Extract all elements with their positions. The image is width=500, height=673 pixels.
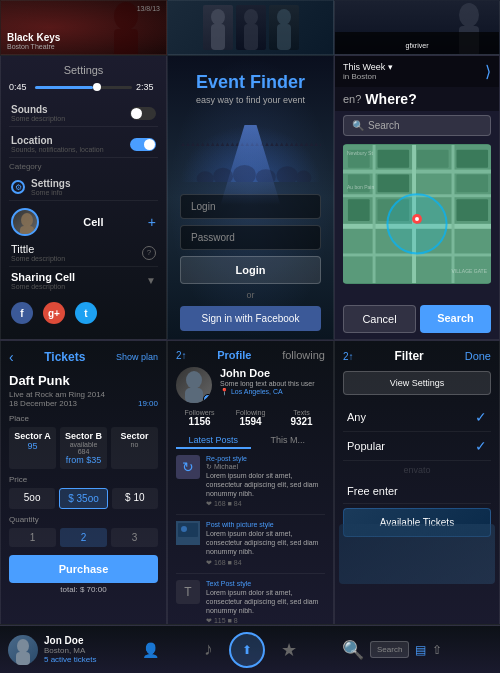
slider-max: 2:35 bbox=[136, 82, 158, 92]
svg-point-39 bbox=[186, 371, 202, 389]
facebook-icon[interactable]: f bbox=[11, 302, 33, 324]
quantity-label: Quantity bbox=[9, 515, 158, 524]
sounds-label: Sounds bbox=[11, 104, 65, 115]
svg-rect-3 bbox=[211, 24, 225, 50]
password-field[interactable]: Password bbox=[180, 225, 321, 250]
filter-header: 2↑ Filter Done bbox=[343, 349, 491, 363]
repost-content: Re-post style ↻ Michael Lorem ipsum dolo… bbox=[206, 455, 325, 508]
following-tab[interactable]: following bbox=[282, 349, 325, 361]
sounds-toggle[interactable] bbox=[130, 107, 156, 120]
qty-2[interactable]: 2 bbox=[60, 528, 107, 547]
center-icon-circle[interactable]: ⬆ bbox=[229, 632, 265, 668]
view-settings-button[interactable]: View Settings bbox=[343, 371, 491, 395]
social-icons-row: f g+ t bbox=[9, 294, 158, 328]
repost-icon: ↻ bbox=[176, 455, 200, 479]
qty-3[interactable]: 3 bbox=[111, 528, 158, 547]
question-icon[interactable]: ? bbox=[142, 246, 156, 260]
svg-rect-42 bbox=[178, 523, 198, 537]
svg-point-6 bbox=[277, 9, 291, 25]
facebook-login-button[interactable]: Sign in with Facebook bbox=[180, 306, 321, 331]
where-highlight: Where? bbox=[365, 91, 416, 107]
filter-free-enter[interactable]: Free enter bbox=[343, 479, 491, 504]
bottom-user-name: Jon Doe bbox=[44, 635, 136, 646]
filter-popular[interactable]: Popular ✓ bbox=[343, 432, 491, 461]
map-area: Newbury St Au bon Pain VILLAGE GATE bbox=[343, 144, 491, 284]
slider-track[interactable] bbox=[35, 86, 132, 89]
image-post-text: Lorem ipsum dolor sit amet, consectetur … bbox=[206, 529, 325, 556]
person-icon[interactable]: 👤 bbox=[142, 642, 159, 658]
plus-icon[interactable]: + bbox=[148, 214, 156, 230]
text-post-content: Text Post style Lorem ipsum dolor sit am… bbox=[206, 580, 325, 625]
event-title: Event Finder bbox=[196, 72, 305, 93]
portrait-2 bbox=[236, 5, 266, 50]
bottom-filter-icon[interactable]: ▤ bbox=[415, 643, 426, 657]
sector-row: Sector A 95 Sector B available 684 from … bbox=[9, 427, 158, 469]
sector-c[interactable]: Sector no bbox=[111, 427, 158, 469]
tickets-header: ‹ Tickets Show plan bbox=[9, 349, 158, 365]
sector-b[interactable]: Sector B available 684 from $35 bbox=[60, 427, 107, 469]
cell-label: Cell bbox=[83, 216, 103, 228]
sounds-sub: Some description bbox=[11, 115, 65, 122]
svg-point-38 bbox=[415, 217, 419, 221]
following-stat: Following 1594 bbox=[227, 409, 274, 427]
googleplus-icon[interactable]: g+ bbox=[43, 302, 65, 324]
settings-icon-row: ⚙ Settings Some info bbox=[9, 174, 158, 201]
profile-tab[interactable]: Profile bbox=[191, 349, 279, 361]
popular-checkmark: ✓ bbox=[475, 438, 487, 454]
bottom-search-icon[interactable]: 🔍 bbox=[342, 639, 364, 661]
map-search-box[interactable]: 🔍 Search bbox=[343, 115, 491, 136]
bottom-right-panel: 🔍 Search ▤ ⇧ bbox=[334, 625, 500, 673]
filter-popular-label: Popular bbox=[347, 440, 385, 452]
top-left-text: Black Keys Boston Theatre bbox=[7, 32, 60, 50]
twitter-icon[interactable]: t bbox=[75, 302, 97, 324]
back-arrow-icon[interactable]: ‹ bbox=[9, 349, 14, 365]
followers-count: 1156 bbox=[176, 416, 223, 427]
search-button[interactable]: Search bbox=[420, 305, 491, 333]
login-button[interactable]: Login bbox=[180, 256, 321, 284]
filter-done-button[interactable]: Done bbox=[465, 350, 491, 362]
bottom-share-icon[interactable]: ⇧ bbox=[432, 643, 442, 657]
following-label: Following bbox=[227, 409, 274, 416]
svg-rect-25 bbox=[452, 145, 455, 283]
latest-posts-tab[interactable]: Latest Posts bbox=[176, 433, 251, 449]
price-2[interactable]: $ 35oo bbox=[59, 488, 107, 509]
profile-details: John Doe Some long text about this user … bbox=[220, 367, 325, 396]
svg-rect-33 bbox=[348, 199, 370, 221]
bottom-search-text[interactable]: Search bbox=[370, 641, 409, 658]
this-month-tab[interactable]: This M... bbox=[251, 433, 326, 449]
this-week-text: This Week ▾ bbox=[343, 62, 393, 72]
svg-point-44 bbox=[17, 639, 29, 653]
text-post-stats: ❤ 115 ■ 8 bbox=[206, 617, 325, 625]
repost-text: Lorem ipsum dolor sit amet, consectetur … bbox=[206, 471, 325, 498]
following-count: 1594 bbox=[227, 416, 274, 427]
price-3[interactable]: $ 10 bbox=[112, 488, 158, 509]
filter-title: Filter bbox=[394, 349, 423, 363]
price-1[interactable]: 5oo bbox=[9, 488, 55, 509]
svg-rect-5 bbox=[244, 24, 258, 50]
bottom-center-panel: ♪ ⬆ ★ bbox=[167, 625, 334, 673]
followers-label: Followers bbox=[176, 409, 223, 416]
purchase-button[interactable]: Purchase bbox=[9, 555, 158, 583]
sounds-setting: Sounds Some description bbox=[9, 100, 158, 127]
location-toggle[interactable] bbox=[130, 138, 156, 151]
qty-1[interactable]: 1 bbox=[9, 528, 56, 547]
portrait-1 bbox=[203, 5, 233, 50]
show-plan-link[interactable]: Show plan bbox=[116, 352, 158, 362]
envato-watermark: envato bbox=[343, 465, 491, 475]
tittle-row: Tittle Some description ? bbox=[9, 239, 158, 267]
texts-count: 9321 bbox=[278, 416, 325, 427]
followers-stat: Followers 1156 bbox=[176, 409, 223, 427]
stats-row: Followers 1156 Following 1594 Texts 9321 bbox=[176, 409, 325, 427]
star-icon[interactable]: ★ bbox=[281, 639, 297, 661]
mid-portraits bbox=[203, 5, 299, 50]
tittle-sub: Some description bbox=[11, 255, 65, 262]
svg-rect-7 bbox=[277, 24, 291, 50]
artist-name-top: Black Keys bbox=[7, 32, 60, 43]
sector-a[interactable]: Sector A 95 bbox=[9, 427, 56, 469]
settings-item-label: Settings bbox=[31, 178, 70, 189]
music-icon[interactable]: ♪ bbox=[204, 639, 213, 660]
cancel-button[interactable]: Cancel bbox=[343, 305, 416, 333]
texts-label: Texts bbox=[278, 409, 325, 416]
filter-any[interactable]: Any ✓ bbox=[343, 403, 491, 432]
text-post-text: Lorem ipsum dolor sit amet, consectetur … bbox=[206, 588, 325, 615]
